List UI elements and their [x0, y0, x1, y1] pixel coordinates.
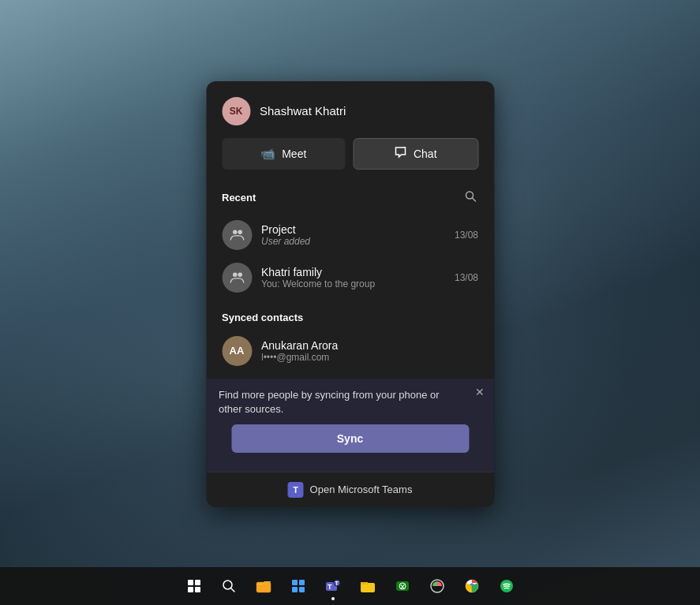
chrome-button[interactable]: [456, 570, 488, 602]
recent-item-khatri-family[interactable]: Khatri family You: Welcome to the group …: [206, 256, 494, 299]
khatri-family-info: Khatri family You: Welcome to the group: [261, 266, 445, 289]
khatri-family-sub: You: Welcome to the group: [261, 278, 445, 289]
store-button[interactable]: [283, 570, 314, 602]
svg-rect-12: [299, 587, 305, 592]
svg-point-3: [238, 230, 242, 234]
svg-rect-11: [292, 587, 298, 592]
spotify-button[interactable]: [491, 570, 522, 602]
svg-rect-10: [299, 580, 305, 585]
khatri-family-date: 13/08: [455, 272, 478, 283]
svg-text:X: X: [400, 583, 405, 591]
teams-taskbar-button[interactable]: T T: [317, 570, 349, 602]
contact-name: Anukaran Arora: [261, 339, 478, 352]
task-manager-button[interactable]: [421, 570, 453, 602]
svg-text:T: T: [328, 583, 332, 591]
contact-info: Anukaran Arora l••••@gmail.com: [261, 339, 478, 363]
open-teams-label: Open Microsoft Teams: [310, 484, 413, 495]
project-sub: User added: [261, 236, 445, 247]
svg-line-7: [230, 588, 234, 592]
svg-rect-8: [256, 582, 271, 592]
video-icon: 📹: [260, 147, 275, 161]
teams-popup-panel: SK Shashwat Khatri 📹 Meet Chat Recent: [206, 81, 494, 507]
recent-section-header: Recent: [206, 182, 494, 214]
recent-item-project[interactable]: Project User added 13/08: [206, 214, 494, 256]
khatri-family-avatar: [222, 263, 252, 293]
synced-contacts-label: Synced contacts: [222, 312, 303, 323]
notification-text: Find more people by syncing from your ph…: [219, 388, 481, 416]
contact-anukaran[interactable]: AA Anukaran Arora l••••@gmail.com: [206, 330, 494, 372]
synced-contacts-header: Synced contacts: [206, 305, 494, 330]
user-name: Shashwat Khatri: [260, 104, 346, 118]
notification-bar: Find more people by syncing from your ph…: [206, 379, 494, 472]
search-button[interactable]: [462, 189, 478, 207]
windows-start-button[interactable]: [178, 570, 210, 602]
svg-point-5: [238, 272, 242, 277]
project-date: 13/08: [455, 230, 478, 241]
teams-icon: T: [288, 482, 304, 498]
panel-header: SK Shashwat Khatri: [206, 81, 494, 138]
taskbar: T T X: [0, 567, 700, 605]
svg-text:T: T: [335, 581, 339, 586]
svg-point-4: [233, 272, 238, 277]
user-avatar: SK: [222, 97, 250, 125]
notification-close-button[interactable]: ✕: [475, 387, 485, 398]
meet-button[interactable]: 📹 Meet: [222, 138, 346, 170]
file-explorer-button[interactable]: [248, 570, 279, 602]
contact-email: l••••@gmail.com: [261, 352, 478, 363]
chat-icon: [395, 146, 407, 161]
action-buttons: 📹 Meet Chat: [206, 138, 494, 182]
svg-point-2: [233, 230, 238, 234]
project-avatar: [222, 220, 252, 250]
svg-rect-9: [292, 580, 298, 585]
sync-button[interactable]: Sync: [231, 424, 469, 453]
svg-line-1: [472, 198, 475, 201]
khatri-family-name: Khatri family: [261, 266, 445, 278]
project-name: Project: [261, 223, 445, 236]
contact-avatar-aa: AA: [222, 336, 252, 366]
open-teams-footer[interactable]: T Open Microsoft Teams: [206, 472, 494, 507]
folder-button[interactable]: [352, 570, 384, 602]
chat-button[interactable]: Chat: [354, 138, 479, 170]
recent-label: Recent: [222, 192, 256, 204]
project-info: Project User added: [261, 223, 445, 247]
taskbar-search-button[interactable]: [213, 570, 245, 602]
gamepass-button[interactable]: X: [387, 570, 418, 602]
